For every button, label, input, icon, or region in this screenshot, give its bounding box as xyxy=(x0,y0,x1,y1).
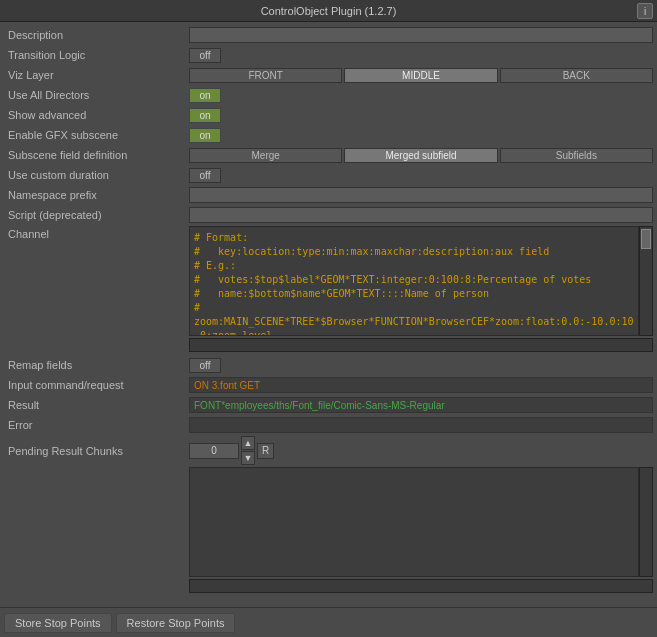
pending-down-btn[interactable]: ▼ xyxy=(241,451,255,465)
input-command-label: Input command/request xyxy=(4,379,189,391)
channel-textarea[interactable]: # Format: # key:location:type:min:max:ma… xyxy=(189,226,639,336)
bottom-hscrollbar[interactable] xyxy=(189,579,653,593)
script-deprecated-label: Script (deprecated) xyxy=(4,209,189,221)
use-custom-duration-btn[interactable]: off xyxy=(189,168,221,183)
viz-front-btn[interactable]: FRONT xyxy=(189,68,342,83)
transition-logic-label: Transition Logic xyxy=(4,49,189,61)
error-label: Error xyxy=(4,419,189,431)
pending-result-label: Pending Result Chunks xyxy=(4,445,189,457)
use-custom-duration-label: Use custom duration xyxy=(4,169,189,181)
restore-stop-points-btn[interactable]: Restore Stop Points xyxy=(116,613,236,633)
namespace-prefix-label: Namespace prefix xyxy=(4,189,189,201)
transition-logic-btn[interactable]: off xyxy=(189,48,221,63)
footer: Store Stop Points Restore Stop Points xyxy=(0,607,657,637)
viz-middle-btn[interactable]: MIDDLE xyxy=(344,68,497,83)
info-icon[interactable]: i xyxy=(637,3,653,19)
viz-layer-label: Viz Layer xyxy=(4,69,189,81)
namespace-prefix-input[interactable] xyxy=(189,187,653,203)
channel-label: Channel xyxy=(4,226,189,240)
pending-result-input[interactable] xyxy=(189,443,239,459)
error-input xyxy=(189,417,653,433)
subscene-field-label: Subscene field definition xyxy=(4,149,189,161)
script-deprecated-input[interactable] xyxy=(189,207,653,223)
show-advanced-btn[interactable]: on xyxy=(189,108,221,123)
channel-scrollbar[interactable] xyxy=(639,226,653,336)
input-command-input[interactable] xyxy=(189,377,653,393)
channel-hscrollbar[interactable] xyxy=(189,338,653,352)
result-label: Result xyxy=(4,399,189,411)
description-label: Description xyxy=(4,29,189,41)
remap-fields-label: Remap fields xyxy=(4,359,189,371)
enable-gfx-btn[interactable]: on xyxy=(189,128,221,143)
show-advanced-label: Show advanced xyxy=(4,109,189,121)
title-text: ControlObject Plugin (1.2.7) xyxy=(261,5,397,17)
use-all-directors-label: Use All Directors xyxy=(4,89,189,101)
result-input xyxy=(189,397,653,413)
description-input[interactable] xyxy=(189,27,653,43)
pending-up-btn[interactable]: ▲ xyxy=(241,436,255,450)
title-bar: ControlObject Plugin (1.2.7) i xyxy=(0,0,657,22)
use-all-directors-btn[interactable]: on xyxy=(189,88,221,103)
merge-btn[interactable]: Merge xyxy=(189,148,342,163)
bottom-textarea[interactable] xyxy=(189,467,639,577)
channel-scrollbar-thumb xyxy=(641,229,651,249)
store-stop-points-btn[interactable]: Store Stop Points xyxy=(4,613,112,633)
pending-r-btn[interactable]: R xyxy=(257,443,274,459)
viz-back-btn[interactable]: BACK xyxy=(500,68,653,83)
bottom-scrollbar[interactable] xyxy=(639,467,653,577)
remap-fields-btn[interactable]: off xyxy=(189,358,221,373)
enable-gfx-label: Enable GFX subscene xyxy=(4,129,189,141)
subfields-btn[interactable]: Subfields xyxy=(500,148,653,163)
merged-subfield-btn[interactable]: Merged subfield xyxy=(344,148,497,163)
